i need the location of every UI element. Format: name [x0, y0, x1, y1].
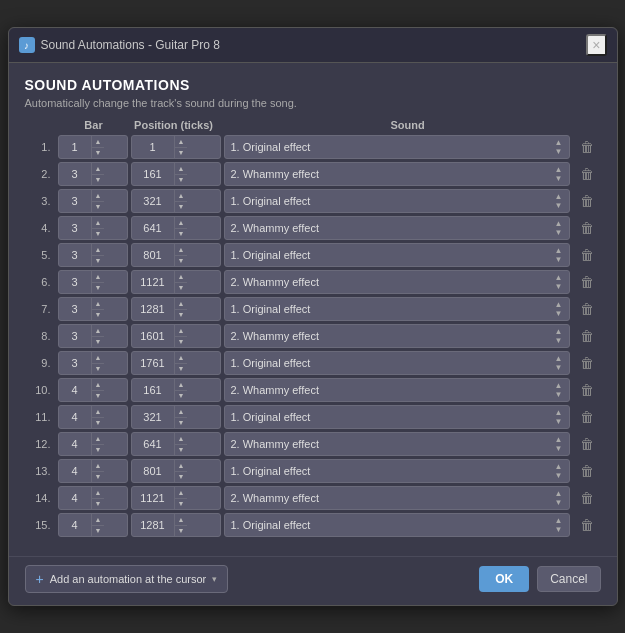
bar-down-arrow[interactable]: ▼	[92, 310, 105, 321]
bar-spinner[interactable]: ▲ ▼	[58, 459, 128, 483]
position-spinner[interactable]: ▲ ▼	[131, 513, 221, 537]
pos-down-arrow[interactable]: ▼	[175, 310, 188, 321]
position-spinner[interactable]: ▲ ▼	[131, 243, 221, 267]
bar-down-arrow[interactable]: ▼	[92, 337, 105, 348]
bar-down-arrow[interactable]: ▼	[92, 148, 105, 159]
sound-select[interactable]: 1. Original effect ▲ ▼	[224, 135, 570, 159]
sound-select[interactable]: 1. Original effect ▲ ▼	[224, 189, 570, 213]
pos-down-arrow[interactable]: ▼	[175, 283, 188, 294]
delete-button[interactable]: 🗑	[573, 137, 601, 157]
pos-up-arrow[interactable]: ▲	[175, 244, 188, 256]
position-input[interactable]	[132, 301, 174, 317]
position-spinner[interactable]: ▲ ▼	[131, 351, 221, 375]
sound-select[interactable]: 2. Whammy effect ▲ ▼	[224, 216, 570, 240]
delete-button[interactable]: 🗑	[573, 326, 601, 346]
pos-up-arrow[interactable]: ▲	[175, 298, 188, 310]
sound-select[interactable]: 2. Whammy effect ▲ ▼	[224, 162, 570, 186]
position-input[interactable]	[132, 382, 174, 398]
position-spinner[interactable]: ▲ ▼	[131, 162, 221, 186]
pos-down-arrow[interactable]: ▼	[175, 472, 188, 483]
position-input[interactable]	[132, 139, 174, 155]
pos-up-arrow[interactable]: ▲	[175, 217, 188, 229]
pos-down-arrow[interactable]: ▼	[175, 526, 188, 537]
bar-input[interactable]	[59, 166, 91, 182]
sound-select[interactable]: 2. Whammy effect ▲ ▼	[224, 378, 570, 402]
sound-select[interactable]: 2. Whammy effect ▲ ▼	[224, 324, 570, 348]
pos-down-arrow[interactable]: ▼	[175, 229, 188, 240]
bar-input[interactable]	[59, 139, 91, 155]
bar-down-arrow[interactable]: ▼	[92, 418, 105, 429]
pos-down-arrow[interactable]: ▼	[175, 256, 188, 267]
position-spinner[interactable]: ▲ ▼	[131, 270, 221, 294]
close-button[interactable]: ×	[586, 34, 606, 56]
pos-up-arrow[interactable]: ▲	[175, 271, 188, 283]
position-spinner[interactable]: ▲ ▼	[131, 189, 221, 213]
pos-down-arrow[interactable]: ▼	[175, 337, 188, 348]
bar-input[interactable]	[59, 517, 91, 533]
pos-down-arrow[interactable]: ▼	[175, 148, 188, 159]
bar-up-arrow[interactable]: ▲	[92, 352, 105, 364]
delete-button[interactable]: 🗑	[573, 515, 601, 535]
pos-up-arrow[interactable]: ▲	[175, 406, 188, 418]
delete-button[interactable]: 🗑	[573, 164, 601, 184]
sound-select[interactable]: 1. Original effect ▲ ▼	[224, 243, 570, 267]
bar-spinner[interactable]: ▲ ▼	[58, 216, 128, 240]
position-input[interactable]	[132, 436, 174, 452]
position-input[interactable]	[132, 193, 174, 209]
delete-button[interactable]: 🗑	[573, 488, 601, 508]
pos-down-arrow[interactable]: ▼	[175, 364, 188, 375]
bar-input[interactable]	[59, 463, 91, 479]
position-input[interactable]	[132, 517, 174, 533]
pos-up-arrow[interactable]: ▲	[175, 190, 188, 202]
bar-down-arrow[interactable]: ▼	[92, 526, 105, 537]
bar-input[interactable]	[59, 382, 91, 398]
position-input[interactable]	[132, 463, 174, 479]
add-automation-button[interactable]: + Add an automation at the cursor ▾	[25, 565, 229, 593]
bar-up-arrow[interactable]: ▲	[92, 460, 105, 472]
position-input[interactable]	[132, 490, 174, 506]
pos-down-arrow[interactable]: ▼	[175, 418, 188, 429]
sound-select[interactable]: 1. Original effect ▲ ▼	[224, 459, 570, 483]
bar-input[interactable]	[59, 328, 91, 344]
bar-down-arrow[interactable]: ▼	[92, 391, 105, 402]
bar-spinner[interactable]: ▲ ▼	[58, 243, 128, 267]
bar-spinner[interactable]: ▲ ▼	[58, 189, 128, 213]
position-spinner[interactable]: ▲ ▼	[131, 324, 221, 348]
bar-down-arrow[interactable]: ▼	[92, 229, 105, 240]
bar-input[interactable]	[59, 490, 91, 506]
bar-up-arrow[interactable]: ▲	[92, 271, 105, 283]
position-input[interactable]	[132, 166, 174, 182]
bar-down-arrow[interactable]: ▼	[92, 256, 105, 267]
bar-up-arrow[interactable]: ▲	[92, 298, 105, 310]
pos-up-arrow[interactable]: ▲	[175, 460, 188, 472]
bar-spinner[interactable]: ▲ ▼	[58, 270, 128, 294]
pos-up-arrow[interactable]: ▲	[175, 352, 188, 364]
pos-up-arrow[interactable]: ▲	[175, 433, 188, 445]
bar-down-arrow[interactable]: ▼	[92, 445, 105, 456]
pos-down-arrow[interactable]: ▼	[175, 445, 188, 456]
pos-down-arrow[interactable]: ▼	[175, 202, 188, 213]
bar-up-arrow[interactable]: ▲	[92, 433, 105, 445]
sound-select[interactable]: 1. Original effect ▲ ▼	[224, 297, 570, 321]
delete-button[interactable]: 🗑	[573, 245, 601, 265]
bar-up-arrow[interactable]: ▲	[92, 379, 105, 391]
position-spinner[interactable]: ▲ ▼	[131, 432, 221, 456]
delete-button[interactable]: 🗑	[573, 299, 601, 319]
bar-up-arrow[interactable]: ▲	[92, 514, 105, 526]
sound-select[interactable]: 2. Whammy effect ▲ ▼	[224, 270, 570, 294]
delete-button[interactable]: 🗑	[573, 407, 601, 427]
cancel-button[interactable]: Cancel	[537, 566, 600, 592]
bar-down-arrow[interactable]: ▼	[92, 175, 105, 186]
position-input[interactable]	[132, 274, 174, 290]
bar-spinner[interactable]: ▲ ▼	[58, 513, 128, 537]
bar-input[interactable]	[59, 247, 91, 263]
bar-down-arrow[interactable]: ▼	[92, 472, 105, 483]
pos-down-arrow[interactable]: ▼	[175, 175, 188, 186]
bar-up-arrow[interactable]: ▲	[92, 244, 105, 256]
bar-up-arrow[interactable]: ▲	[92, 136, 105, 148]
bar-up-arrow[interactable]: ▲	[92, 190, 105, 202]
position-input[interactable]	[132, 247, 174, 263]
position-spinner[interactable]: ▲ ▼	[131, 135, 221, 159]
bar-up-arrow[interactable]: ▲	[92, 406, 105, 418]
bar-down-arrow[interactable]: ▼	[92, 283, 105, 294]
